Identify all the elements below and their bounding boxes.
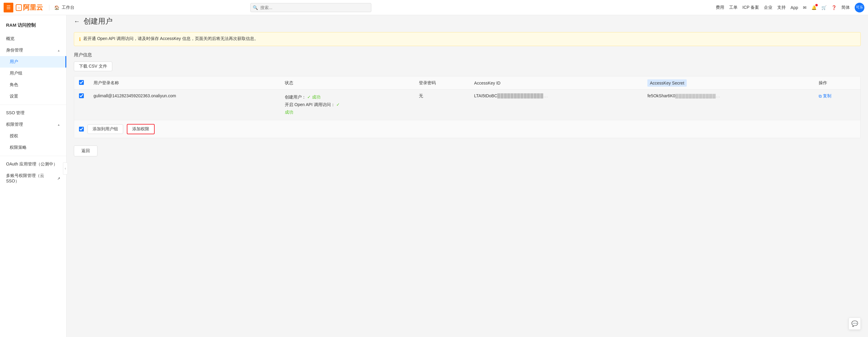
hamburger-menu[interactable]: ☰ <box>4 3 13 12</box>
action-row-checkbox[interactable] <box>79 127 84 132</box>
notification-badge <box>815 4 818 6</box>
chevron-up-icon-2: ▲ <box>57 123 60 127</box>
copy-icon: ⧉ <box>819 94 822 99</box>
accesskey-secret-blurred: ▓▓▓▓▓▓▓▓▓▓▓▓... <box>675 93 720 98</box>
warning-banner: ℹ 若开通 Open API 调用访问，请及时保存 AccessKey 信息，页… <box>74 32 861 46</box>
sidebar-item-permission-policy-label: 权限策略 <box>10 145 27 150</box>
th-accesskey-id: AccessKey ID <box>469 76 643 90</box>
td-username: gulimall@1412823459202363.onaliyun.com <box>89 90 280 120</box>
workbench-label: 工作台 <box>62 5 74 10</box>
logo-text: 阿里云 <box>23 3 43 12</box>
main-content: RAM 访问控制 / 用户 / 创建用户 ← 创建用户 ℹ 若开通 Open A… <box>67 0 868 163</box>
status-success-text: 成功 <box>285 110 293 115</box>
username-value: gulimall@1412823459202363.onaliyun.com <box>94 93 176 98</box>
th-username: 用户登录名称 <box>89 76 280 90</box>
back-button[interactable]: ← <box>74 18 80 25</box>
table-header-row: 用户登录名称 状态 登录密码 AccessKey ID AccessKey Se… <box>74 76 861 90</box>
nav-notification[interactable]: 🔔 <box>811 5 816 10</box>
sidebar-item-oauth[interactable]: OAuth 应用管理（公测中） <box>0 159 66 163</box>
sidebar-section-identity-label: 身份管理 <box>6 48 23 53</box>
copy-label: 复制 <box>823 93 831 99</box>
nav-cart[interactable]: 🛒 <box>822 5 827 10</box>
table-row: gulimall@1412823459202363.onaliyun.com 创… <box>74 90 861 120</box>
sidebar-item-oauth-label: OAuth 应用管理（公测中） <box>6 162 58 163</box>
td-checkbox <box>74 90 89 120</box>
th-accesskey-secret: AccessKey Secret <box>643 76 814 90</box>
chevron-up-icon: ▲ <box>57 49 60 52</box>
nav-icp[interactable]: ICP 备案 <box>742 5 759 10</box>
sidebar-section-permission-label: 权限管理 <box>6 122 23 127</box>
sidebar-section-identity[interactable]: 身份管理 ▲ <box>0 45 66 56</box>
td-password: 无 <box>414 90 469 120</box>
search-input[interactable] <box>250 3 371 12</box>
select-all-checkbox[interactable] <box>79 80 84 85</box>
nav-app[interactable]: App <box>790 5 798 10</box>
sidebar-item-overview[interactable]: 概览 <box>0 33 66 45</box>
sidebar: RAM 访问控制 概览 身份管理 ▲ 用户 用户组 角色 设置 SSO 管理 权… <box>0 15 67 163</box>
sidebar-item-user-groups-label: 用户组 <box>10 71 22 76</box>
warning-icon: ℹ <box>79 36 81 42</box>
status-create-text: 成功 <box>312 94 320 100</box>
password-value: 无 <box>419 93 423 98</box>
accesskey-secret-header-highlight: AccessKey Secret <box>647 79 687 87</box>
copy-button[interactable]: ⧉ 复制 <box>819 93 856 99</box>
nav-language[interactable]: 简体 <box>841 5 850 10</box>
sidebar-item-authorization[interactable]: 授权 <box>0 130 66 142</box>
th-status: 状态 <box>280 76 414 90</box>
download-csv-button[interactable]: 下载 CSV 文件 <box>74 61 112 71</box>
sidebar-item-permission-policy[interactable]: 权限策略 <box>0 142 66 153</box>
warning-text: 若开通 Open API 调用访问，请及时保存 AccessKey 信息，页面关… <box>83 36 258 41</box>
search-icon: 🔍 <box>253 5 258 10</box>
workbench-button[interactable]: 🏠 工作台 <box>52 4 77 11</box>
sidebar-item-user-groups[interactable]: 用户组 <box>0 67 66 79</box>
top-navigation: ☰ ○ 阿里云 🏠 工作台 🔍 费用 工单 ICP 备案 企业 支持 App ✉… <box>0 0 868 15</box>
status-openapi: 开启 Open API 调用访问： ✓ <box>285 101 409 109</box>
sidebar-item-sso[interactable]: SSO 管理 <box>0 107 66 119</box>
td-accesskey-id: LTAI5tDoBC██████████████... <box>469 90 643 120</box>
sidebar-divider-2 <box>0 156 66 156</box>
sidebar-item-overview-label: 概览 <box>6 36 14 41</box>
sidebar-item-authorization-label: 授权 <box>10 133 18 138</box>
nav-help[interactable]: ❓ <box>831 5 837 10</box>
nav-right-items: 费用 工单 ICP 备案 企业 支持 App ✉ 🔔 🛒 ❓ 简体 可乐 <box>716 3 864 12</box>
th-password: 登录密码 <box>414 76 469 90</box>
sidebar-item-sso-label: SSO 管理 <box>6 110 25 116</box>
footer-actions: 返回 <box>74 143 861 157</box>
th-checkbox <box>74 76 89 90</box>
sidebar-item-settings-label: 设置 <box>10 94 18 99</box>
user-info-table: 用户登录名称 状态 登录密码 AccessKey ID AccessKey Se… <box>74 76 861 138</box>
td-accesskey-secret: fe5OkShar6K0▓▓▓▓▓▓▓▓▓▓▓▓... <box>643 90 814 120</box>
td-status: 创建用户： ✓ 成功 开启 Open API 调用访问： ✓ 成功 <box>280 90 414 120</box>
page-title-row: ← 创建用户 <box>74 17 861 26</box>
status-create: 创建用户： ✓ 成功 <box>285 93 409 101</box>
search-container: 🔍 <box>250 3 371 12</box>
accesskey-secret-value: fe5OkShar6K0 <box>647 93 675 98</box>
nav-mail[interactable]: ✉ <box>803 5 807 10</box>
add-permission-button[interactable]: 添加权限 <box>127 124 155 134</box>
sidebar-item-users-label: 用户 <box>10 59 18 64</box>
status-create-icon: ✓ <box>307 94 311 100</box>
sidebar-item-users[interactable]: 用户 <box>0 56 66 67</box>
logo[interactable]: ○ 阿里云 <box>16 3 43 12</box>
nav-fees[interactable]: 费用 <box>716 5 724 10</box>
accesskey-id-blurred: ██████████████... <box>497 93 548 98</box>
sidebar-item-roles[interactable]: 角色 <box>0 79 66 91</box>
add-to-group-button[interactable]: 添加到用户组 <box>88 124 123 134</box>
td-copy: ⧉ 复制 <box>814 90 861 120</box>
sidebar-item-settings[interactable]: 设置 <box>0 91 66 102</box>
sidebar-section-permission[interactable]: 权限管理 ▲ <box>0 119 66 130</box>
nav-enterprise[interactable]: 企业 <box>764 5 772 10</box>
table-action-row: 添加到用户组 添加权限 <box>74 120 861 138</box>
sidebar-divider-1 <box>0 105 66 105</box>
return-button[interactable]: 返回 <box>74 145 97 157</box>
row-checkbox[interactable] <box>79 93 84 98</box>
accesskey-id-value: LTAI5tDoBC <box>474 93 498 98</box>
nav-support[interactable]: 支持 <box>777 5 786 10</box>
page-title: 创建用户 <box>84 17 113 26</box>
section-title: 用户信息 <box>74 52 861 58</box>
user-avatar[interactable]: 可乐 <box>855 3 864 12</box>
nav-ticket[interactable]: 工单 <box>729 5 738 10</box>
status-openapi-result: 成功 <box>285 109 409 116</box>
th-action: 操作 <box>814 76 861 90</box>
status-openapi-icon: ✓ <box>336 102 340 107</box>
